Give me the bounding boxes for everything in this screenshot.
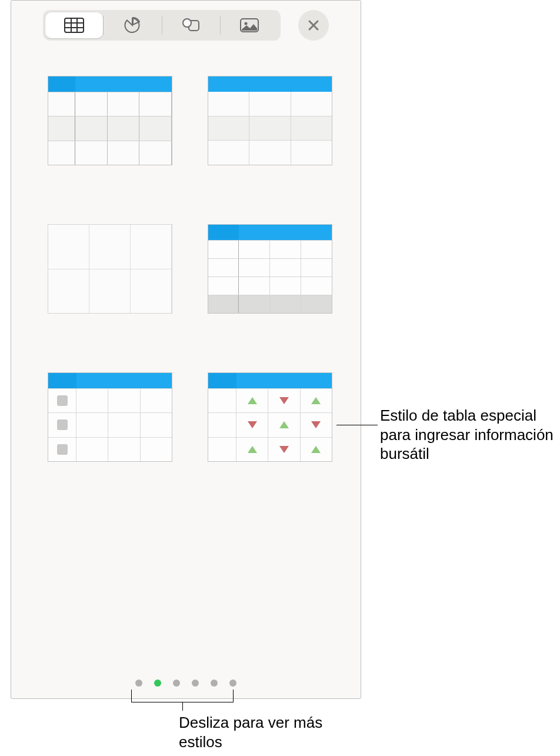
svg-point-8 bbox=[244, 22, 247, 25]
arrow-up-icon bbox=[311, 397, 321, 404]
checkbox-icon bbox=[57, 419, 68, 430]
pagination-dots bbox=[135, 680, 236, 687]
callout-text: Estilo de tabla especial para ingresar i… bbox=[380, 407, 554, 462]
page-dot-2[interactable] bbox=[154, 680, 161, 687]
arrow-up-icon bbox=[248, 446, 257, 453]
table-tab[interactable] bbox=[45, 12, 103, 38]
arrow-down-icon bbox=[248, 421, 257, 428]
table-style-4[interactable] bbox=[208, 224, 332, 314]
page-dot-3[interactable] bbox=[173, 680, 180, 687]
table-styles-grid bbox=[48, 76, 324, 462]
svg-point-6 bbox=[183, 19, 191, 27]
page-dot-1[interactable] bbox=[135, 680, 142, 687]
table-style-3[interactable] bbox=[48, 224, 172, 314]
chart-icon bbox=[124, 16, 141, 34]
arrow-up-icon bbox=[279, 421, 289, 428]
table-style-6-stock[interactable] bbox=[208, 372, 332, 462]
arrow-up-icon bbox=[248, 397, 257, 404]
arrow-down-icon bbox=[279, 446, 289, 453]
media-icon bbox=[239, 18, 259, 33]
checkbox-icon bbox=[57, 444, 68, 455]
table-style-1[interactable] bbox=[48, 76, 172, 165]
table-icon bbox=[64, 18, 84, 33]
callout-line bbox=[336, 425, 378, 425]
checkbox-icon bbox=[57, 395, 68, 406]
insert-panel bbox=[11, 0, 361, 699]
arrow-down-icon bbox=[311, 421, 321, 428]
shape-icon bbox=[182, 17, 201, 34]
table-style-5[interactable] bbox=[48, 372, 172, 462]
callout-text: Desliza para ver más estilos bbox=[179, 714, 322, 751]
media-tab[interactable] bbox=[221, 12, 278, 38]
arrow-up-icon bbox=[311, 446, 321, 453]
svg-rect-0 bbox=[65, 18, 84, 32]
page-dot-5[interactable] bbox=[211, 680, 218, 687]
arrow-down-icon bbox=[279, 397, 289, 404]
callout-swipe-hint: Desliza para ver más estilos bbox=[179, 713, 326, 751]
shape-tab[interactable] bbox=[162, 12, 220, 38]
callout-bracket bbox=[131, 690, 234, 702]
table-style-2[interactable] bbox=[208, 76, 332, 165]
close-icon bbox=[308, 19, 319, 31]
insert-segmented-control bbox=[43, 10, 281, 41]
callout-stock-style: Estilo de tabla especial para ingresar i… bbox=[380, 406, 556, 464]
close-button[interactable] bbox=[298, 10, 329, 41]
chart-tab[interactable] bbox=[104, 12, 161, 38]
page-dot-4[interactable] bbox=[192, 680, 199, 687]
insert-toolbar bbox=[43, 10, 329, 41]
page-dot-6[interactable] bbox=[229, 680, 236, 687]
